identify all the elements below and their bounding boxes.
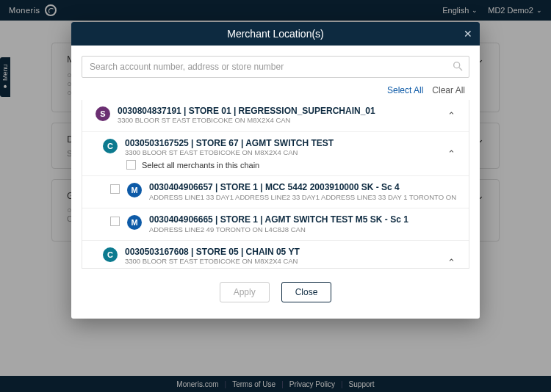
collapse-icon[interactable]: ⌃ xyxy=(444,110,458,121)
row-sub: ADDRESS LINE1 33 DAY1 ADDRESS LINE2 33 D… xyxy=(149,193,458,202)
badge-c-icon: C xyxy=(103,247,118,262)
badge-c-icon: C xyxy=(103,139,118,153)
merchant-locations-modal: Merchant Location(s) ✕ Select All Clear … xyxy=(71,22,480,319)
row-title: 0030404906657 | STORE 1 | MCC 5442 20039… xyxy=(149,182,458,192)
modal-body: Select All Clear All S 0030804837191 | S… xyxy=(71,46,480,269)
search-input[interactable] xyxy=(82,56,469,78)
close-button[interactable]: Close xyxy=(281,282,332,302)
list-item-superchain[interactable]: S 0030804837191 | STORE 01 | REGRESSION_… xyxy=(82,100,469,132)
list-item-chain[interactable]: C 0030503167608 | STORE 05 | CHAIN 05 YT… xyxy=(82,241,469,268)
apply-button[interactable]: Apply xyxy=(220,282,270,302)
search-icon[interactable] xyxy=(452,60,464,75)
list-item-merchant[interactable]: M 0030404906665 | STORE 1 | AGMT SWITCH … xyxy=(82,208,469,241)
svg-line-1 xyxy=(459,68,462,70)
search-row xyxy=(82,56,469,78)
row-title: 0030804837191 | STORE 01 | REGRESSION_SU… xyxy=(118,106,437,116)
close-icon[interactable]: ✕ xyxy=(464,28,472,40)
collapse-icon[interactable]: ⌃ xyxy=(444,257,458,268)
merchant-checkbox[interactable] xyxy=(110,184,120,194)
modal-footer: Apply Close xyxy=(71,269,480,319)
clear-all-link[interactable]: Clear All xyxy=(432,85,465,95)
badge-m-icon: M xyxy=(127,183,142,197)
row-sub: 3300 BLOOR ST EAST ETOBICOKE ON M8X2X4 C… xyxy=(125,257,437,266)
row-sub: 3300 BLOOR ST EAST ETOBICOKE ON M8X2X4 C… xyxy=(118,116,437,125)
badge-m-icon: M xyxy=(127,215,142,230)
select-chain-checkbox[interactable] xyxy=(126,160,136,170)
modal-overlay: Merchant Location(s) ✕ Select All Clear … xyxy=(0,0,551,392)
row-title: 0030404906665 | STORE 1 | AGMT SWITCH TE… xyxy=(149,214,458,225)
modal-title: Merchant Location(s) xyxy=(227,28,324,40)
row-title: 0030503167608 | STORE 05 | CHAIN 05 YT xyxy=(125,247,437,257)
list-item-chain[interactable]: C 0030503167525 | STORE 67 | AGMT SWITCH… xyxy=(82,132,469,177)
row-title: 0030503167525 | STORE 67 | AGMT SWITCH T… xyxy=(125,138,437,148)
select-all-link[interactable]: Select All xyxy=(387,85,423,95)
locations-list: S 0030804837191 | STORE 01 | REGRESSION_… xyxy=(82,100,469,269)
row-sub: ADDRESS LINE2 49 TORONTO ON L4C8J8 CAN xyxy=(149,225,458,234)
svg-point-0 xyxy=(454,62,460,68)
badge-s-icon: S xyxy=(96,106,110,121)
collapse-icon[interactable]: ⌃ xyxy=(444,148,458,159)
merchant-checkbox[interactable] xyxy=(110,217,120,226)
row-sub: 3300 BLOOR ST EAST ETOBICOKE ON M8X2X4 C… xyxy=(125,148,437,157)
select-chain-label: Select all merchants in this chain xyxy=(142,161,259,170)
list-item-merchant[interactable]: M 0030404906657 | STORE 1 | MCC 5442 200… xyxy=(82,176,469,208)
bulk-actions: Select All Clear All xyxy=(82,78,469,100)
locations-scroll[interactable]: S 0030804837191 | STORE 01 | REGRESSION_… xyxy=(82,100,469,268)
modal-header: Merchant Location(s) ✕ xyxy=(71,22,480,46)
